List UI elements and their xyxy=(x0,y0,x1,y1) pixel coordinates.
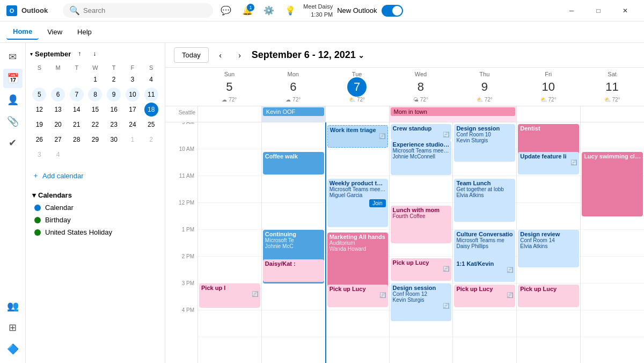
cal-day[interactable]: 1 xyxy=(126,133,140,147)
pick-up-lucy-sun-event[interactable]: Pick up l 🔄 xyxy=(199,284,260,308)
lucy-swimming-event[interactable]: Lucy swimming class xyxy=(582,152,643,216)
prev-week-button[interactable]: ‹ xyxy=(213,48,228,63)
chat-icon[interactable]: 💬 xyxy=(217,2,235,19)
kevin-oof-event[interactable]: Kevin OOF xyxy=(263,107,324,116)
cal-day[interactable] xyxy=(107,148,121,162)
cal-day[interactable]: 3 xyxy=(32,148,46,162)
cal-day[interactable]: 14 xyxy=(70,103,84,117)
cal-day[interactable] xyxy=(88,148,102,162)
design-session-thu-event[interactable]: Design session Conf Room 10 Kevin Sturgi… xyxy=(454,124,515,162)
cal-day[interactable]: 25 xyxy=(144,118,158,132)
cal-day[interactable]: 15 xyxy=(88,103,102,117)
sidebar-icon-calendar[interactable]: 📅 xyxy=(3,69,23,88)
date-range[interactable]: September 6 - 12, 2021 ⌄ xyxy=(252,49,364,61)
design-session-wed-event[interactable]: Design session Conf Room 12 Kevin Sturgi… xyxy=(391,284,452,321)
cal-day[interactable] xyxy=(126,148,140,162)
cal-day-today[interactable]: 18 xyxy=(144,103,158,117)
pick-up-lucy-thu-event[interactable]: Pick up Lucy 🔄 xyxy=(454,285,515,307)
cal-day[interactable]: 13 xyxy=(51,103,65,117)
calendars-section-header[interactable]: ▾ Calendars xyxy=(30,189,160,201)
cal-day[interactable]: 23 xyxy=(107,118,121,132)
sidebar-icon-tasks[interactable]: ✔ xyxy=(3,133,23,153)
mini-cal-next[interactable]: ↓ xyxy=(88,47,101,60)
next-week-button[interactable]: › xyxy=(232,48,247,63)
work-item-triage-event[interactable]: Work item triage 🔄 xyxy=(327,125,388,148)
cal-day[interactable]: 10 xyxy=(126,88,140,101)
cal-day[interactable]: 19 xyxy=(32,118,46,132)
calendar-item-us-holiday[interactable]: United States Holiday xyxy=(30,226,160,238)
daisy-kat-event[interactable]: Daisy/Kat : xyxy=(263,259,324,282)
cal-day[interactable]: 7 xyxy=(70,88,84,101)
cal-day[interactable]: 2 xyxy=(107,72,121,86)
cal-day[interactable]: 17 xyxy=(126,103,140,117)
pick-up-lucy-fri-event[interactable]: Pick up Lucy xyxy=(518,285,579,307)
cal-day[interactable]: 29 xyxy=(88,133,102,147)
sidebar-icon-people[interactable]: 👤 xyxy=(3,90,23,110)
menu-help[interactable]: Help xyxy=(71,25,98,39)
cal-day[interactable]: 4 xyxy=(144,72,158,86)
help-icon[interactable]: 💡 xyxy=(282,2,299,19)
minimize-button[interactable]: ─ xyxy=(559,2,584,19)
today-button[interactable]: Today xyxy=(174,47,209,63)
cal-day[interactable]: 26 xyxy=(32,133,46,147)
cal-day[interactable]: 2 xyxy=(144,133,158,147)
cal-day[interactable]: 6 xyxy=(51,88,65,101)
cal-day[interactable] xyxy=(51,72,65,86)
cal-day[interactable]: 16 xyxy=(107,103,121,117)
search-box[interactable]: 🔍 xyxy=(63,3,213,18)
time-label-12pm: 12 PM xyxy=(165,203,197,230)
maximize-button[interactable]: □ xyxy=(586,2,611,19)
join-button[interactable]: Join xyxy=(369,199,385,207)
day-header-fri: F xyxy=(123,63,142,72)
pick-up-lucy-wed-event[interactable]: Pick up Lucy 🔄 xyxy=(391,258,452,281)
calendar-collapse-icon[interactable]: ▾ xyxy=(30,51,33,57)
cal-day[interactable] xyxy=(70,72,84,86)
experience-studio-event[interactable]: Experience studio sync Microsoft Teams m… xyxy=(391,140,452,175)
cal-day[interactable]: 27 xyxy=(51,133,65,147)
sidebar-icon-outlook[interactable]: 🔷 xyxy=(3,339,23,359)
cal-day[interactable]: 24 xyxy=(126,118,140,132)
cal-day[interactable]: 28 xyxy=(70,133,84,147)
sidebar-icon-mail[interactable]: ✉ xyxy=(3,47,23,67)
cal-day[interactable]: 8 xyxy=(88,88,102,101)
mom-in-town-event[interactable]: Mom in town xyxy=(391,107,516,116)
add-calendar-button[interactable]: ＋ Add calendar xyxy=(30,166,160,185)
cal-day[interactable]: 11 xyxy=(144,88,158,101)
pick-up-lucy-tue-event[interactable]: Pick up Lucy 🔄 xyxy=(327,285,388,307)
sidebar-icon-apps[interactable]: ⊞ xyxy=(3,318,23,337)
calendar-item-birthday[interactable]: Birthday xyxy=(30,214,160,226)
new-outlook-toggle[interactable] xyxy=(382,5,403,17)
crew-standup-event[interactable]: Crew standup 🔄 xyxy=(391,124,452,140)
cal-day[interactable]: 5 xyxy=(32,88,46,101)
calendar-item-calendar[interactable]: Calendar xyxy=(30,201,160,214)
cal-day[interactable]: 22 xyxy=(88,118,102,132)
cal-day[interactable]: 21 xyxy=(70,118,84,132)
sidebar-icon-teams[interactable]: 👥 xyxy=(3,296,23,316)
settings-icon[interactable]: ⚙️ xyxy=(260,2,277,19)
menu-home[interactable]: Home xyxy=(6,24,39,40)
cal-day[interactable] xyxy=(70,148,84,162)
weekly-sync-event[interactable]: Weekly product team sync Microsoft Teams… xyxy=(327,179,388,227)
close-button[interactable]: ✕ xyxy=(613,2,638,19)
search-input[interactable] xyxy=(83,6,207,14)
cal-day[interactable]: 1 xyxy=(88,72,102,86)
menu-view[interactable]: View xyxy=(41,25,69,39)
design-review-event[interactable]: Design review Conf Room 14 Elvia Atkins xyxy=(518,230,579,267)
cal-day[interactable] xyxy=(144,148,158,162)
cal-day[interactable]: 3 xyxy=(126,72,140,86)
mini-cal-prev[interactable]: ↑ xyxy=(73,47,86,60)
cal-day[interactable]: 12 xyxy=(32,103,46,117)
kat-kevin-event[interactable]: 1:1 Kat/Kevin 🔄 xyxy=(454,259,515,282)
cal-day[interactable]: 30 xyxy=(107,133,121,147)
team-lunch-event[interactable]: Team Lunch Get together at lobb Elvia At… xyxy=(454,179,515,222)
bell-icon[interactable]: 🔔1 xyxy=(239,2,256,19)
sidebar-icon-files[interactable]: 📎 xyxy=(3,112,23,131)
lunch-with-mom-event[interactable]: Lunch with mom Fourth Coffee xyxy=(391,206,452,243)
cal-day[interactable]: 4 xyxy=(51,148,65,162)
cal-day[interactable]: 9 xyxy=(107,88,121,101)
cal-day[interactable] xyxy=(32,72,46,86)
coffee-walk-event[interactable]: Coffee walk xyxy=(263,152,324,175)
update-feature-event[interactable]: Update feature li 🔄 xyxy=(518,152,579,175)
cal-day[interactable]: 20 xyxy=(51,118,65,132)
mini-calendar-month[interactable]: September xyxy=(35,50,71,58)
